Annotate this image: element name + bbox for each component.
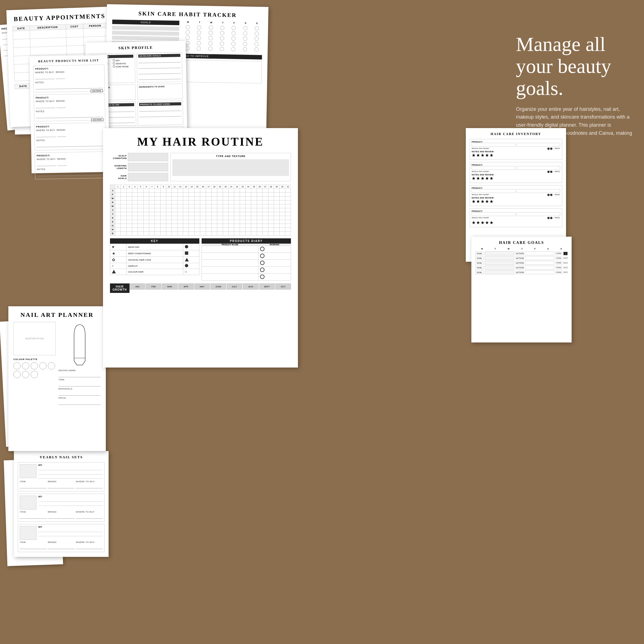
inv-product-label-2: PRODUCT: [472,164,560,166]
key-filled-circle2 [183,263,199,269]
yn-row-2: SET: [20,496,103,510]
nail-shape-drawing [71,322,88,366]
palette-c3 [31,362,38,369]
yn-extra-row-2: ITEM: BRAND: WHERE TO BUY: [20,511,103,520]
inspiration-box: INSPIRATION [13,322,56,355]
key-colour-hair: COLOUR HAIR [126,269,183,275]
colour-palette-label: COLOUR PALETTE [13,358,56,361]
working-col: WORKING [258,244,291,246]
hair-routine-card: MY HAIR ROUTINE SCALPCONDITION STARTINGL… [103,128,298,368]
key-triangle-icon [110,269,126,275]
day-t2: T [222,21,224,24]
yn-thumb-2 [20,496,36,510]
products-diary-table: PRODUCT IN USE WORKING [202,244,291,281]
palette-c1 [13,362,21,369]
hair-growth-label: HAIR GROWTH [110,283,129,293]
add-more-btn-1[interactable]: ADD MORE [90,89,103,92]
inv-item-2: PRODUCT: WOULD I BUY AGAIN? PRICE: NOTES… [470,162,562,183]
pd-row2 [202,253,258,260]
day-m: M [187,21,189,23]
nail-art-card: NAIL ART PLANNER INSPIRATION COLOUR PALE… [8,306,106,451]
wish-fields-1: WHERE TO BUY: BRAND: [35,70,103,80]
yn-row-1: SET: [20,464,103,479]
yn-thumb-3 [20,526,36,540]
key-heart-icon: ♥ [110,244,126,250]
key-wash-day: WASH DAY [126,244,183,250]
hair-tracker-table: 123456789 10111213142526 171819202122232… [110,185,291,236]
day-w: W [210,21,212,24]
sl-toggle-4[interactable] [563,267,568,268]
hair-inventory-title: HAIR CARE INVENTORY [470,132,562,136]
palette-c4 [39,362,46,369]
yn-row-3: SET: [20,526,103,540]
key-header: KEY [110,238,199,244]
hair-goals-title: HAIR CARE GOALS [475,241,568,245]
yn-thumb-1 [20,464,36,478]
sl-toggle-2[interactable] [563,257,568,259]
products-diary-header: PRODUCTS DIARY [202,238,291,244]
add-more-btn-2[interactable]: ADD MORE [91,118,104,121]
ba-col-date: DATE [13,26,30,31]
yn-item-1: SET: ITEM: BRAND: WHERE TO BUY: [18,462,105,491]
yn-field-buy [38,471,103,474]
month-may: MAY [194,283,210,290]
inv-dots [547,148,552,150]
wish-product-label: PRODUCT: [35,67,102,70]
yearly-nails-title: YEARLY NAIL SETS [18,455,105,459]
design-name-label: DESIGN NAME: [58,369,101,372]
nail-design-fields: DESIGN NAME: TIME: MATERIALS: PRICE: [58,369,101,406]
wish-item-4: PRODUCT: WHERE TO BUY: BRAND: NOTES: [35,151,106,179]
hair-growth-text: HAIR GROWTH [112,285,127,291]
wish-item-3: PRODUCT: WHERE TO BUY: BRAND: NOTES: [34,123,106,150]
sl-toggle-5[interactable] [563,271,568,273]
key-haircut: HAIRCUT [126,263,183,269]
hair-goals-label: HAIRGOALS [110,175,127,180]
key-hair-loss: UNUSUAL HAIR LOSS [126,257,183,263]
inv-brand-1 [516,143,560,147]
palette-c2 [22,362,29,369]
done-label-1: DONE [555,252,562,255]
wish-fields-3: WHERE TO BUY: BRAND: [36,128,104,138]
sl-toggle-3[interactable] [563,262,568,264]
goal-row-3: GOAL ACTION DONE [475,261,568,265]
inv-item-3: PRODUCT: WOULD I BUY AGAIN? PRICE: NOTES… [470,185,562,206]
palette-c5 [48,362,55,369]
inv-stars: ★★★★★ [472,153,560,158]
month-apr: APR [178,283,194,290]
beauty-appointments-title: BEAUTY APPOINTMENTS [12,12,107,23]
skincare-goals-label: SKINCARE GOALS [138,54,180,58]
month-june: JUNE [210,283,226,290]
key-deep-cond: DEEP CONDITIONING [126,250,183,257]
product-in-use-col: PRODUCT IN USE [202,244,258,246]
yn-set-label: SET: [38,464,103,466]
key-star-icon: ★ [110,250,126,257]
key-table: ♥ WASH DAY ★ DEEP CONDITIONING ✿ UNUSUAL… [110,244,199,275]
inv-item-1: PRODUCT: WOULD I BUY AGAIN? PRICE: NOTES… [470,139,562,160]
yearly-nails-card: YEARLY NAIL SETS SET: ITEM: BRAND: WHERE… [14,451,109,557]
key-triangle [183,257,199,263]
wish-fields-4: WHERE TO BUY: BRAND: [37,157,104,167]
yn-item-2: SET: ITEM: BRAND: WHERE TO BUY: [18,494,105,522]
inv-product-label-3: PRODUCT: [472,187,560,189]
month-feb: FEB [146,283,161,290]
month-july: JULY [227,283,242,290]
yn-item-3: SET: ITEM: BRAND: WHERE TO BUY: [18,524,105,552]
wish-product-label-4: PRODUCT: [37,153,104,157]
sl-toggle-1[interactable]: ✓ [563,252,568,255]
inv-row-2: WOULD I BUY AGAIN? PRICE: [472,148,560,150]
palette-c8 [31,371,38,378]
pd-row5 [202,274,258,281]
yn-details-3: SET: [38,526,103,540]
yn-field-brand [38,467,103,470]
yn-extra-row: ITEM: BRAND: WHERE TO BUY: [20,480,103,489]
scht-title: SKIN CARE HABIT TRACKER [112,10,263,19]
inv-notes: NOTES AND REVIEW: [472,151,560,153]
month-sept: SEPT [259,283,275,290]
products-keep-label: PRODUCTS TO KEEP USING [139,102,181,106]
nail-art-title: NAIL ART PLANNER [13,311,101,319]
palette-c7 [22,371,29,378]
goal-row-4: GOAL ACTION DONE [475,266,568,270]
goals-days-header: M T W T F S S [475,248,568,250]
time-label: TIME: [58,378,101,381]
palette-circles [13,362,56,378]
